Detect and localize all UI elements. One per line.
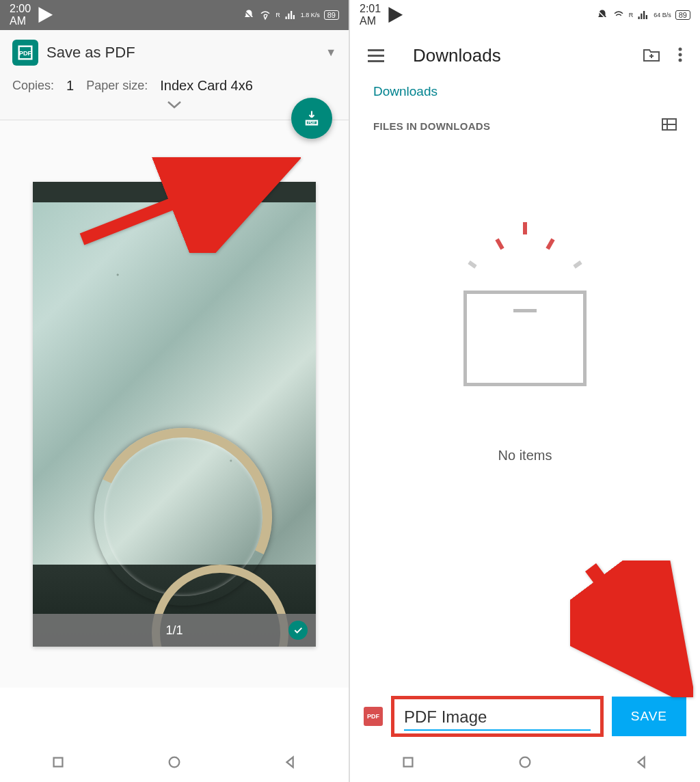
save-button[interactable]: SAVE bbox=[612, 697, 686, 736]
save-file-row: PDF SAVE bbox=[350, 696, 700, 737]
svg-text:PDF: PDF bbox=[308, 120, 316, 124]
copies-label: Copies: bbox=[12, 79, 54, 93]
svg-rect-13 bbox=[404, 758, 413, 767]
clock-text: 2:01 AM bbox=[360, 3, 381, 27]
filename-highlight-annotation bbox=[391, 696, 604, 737]
status-bar: 2:00 AM R 1.8 K/s 89 bbox=[0, 0, 349, 30]
signal-label: R bbox=[275, 12, 280, 18]
svg-point-8 bbox=[679, 53, 682, 56]
paper-size-label: Paper size: bbox=[86, 79, 148, 93]
expand-options-chevron[interactable] bbox=[12, 94, 336, 120]
status-time: 2:01 AM bbox=[360, 3, 405, 27]
section-label: FILES IN DOWNLOADS bbox=[373, 120, 490, 132]
downloads-screen: 2:01 AM R 64 B/s 89 Downloads Downloads … bbox=[350, 0, 700, 782]
page-title: Downloads bbox=[399, 45, 628, 66]
status-bar: 2:01 AM R 64 B/s 89 bbox=[350, 0, 700, 30]
download-pdf-icon: PDF bbox=[302, 109, 321, 128]
downloads-header: Downloads bbox=[350, 30, 700, 81]
play-store-icon bbox=[386, 5, 405, 25]
navigation-bar bbox=[350, 745, 700, 782]
pdf-file-icon: PDF bbox=[364, 707, 383, 726]
data-rate: 64 B/s bbox=[654, 12, 671, 18]
battery-indicator: 89 bbox=[324, 10, 339, 20]
filename-input[interactable] bbox=[404, 702, 591, 731]
notifications-off-icon bbox=[596, 9, 608, 21]
navigation-bar bbox=[0, 745, 349, 782]
copies-value[interactable]: 1 bbox=[66, 78, 74, 94]
view-toggle-button[interactable] bbox=[662, 118, 677, 133]
signal-icon bbox=[284, 9, 297, 21]
breadcrumb[interactable]: Downloads bbox=[350, 81, 700, 111]
pdf-icon: PDF bbox=[12, 40, 38, 66]
empty-sparkles-icon bbox=[457, 222, 593, 277]
svg-rect-4 bbox=[54, 758, 63, 767]
empty-state: No items bbox=[350, 222, 700, 463]
empty-box-icon bbox=[463, 291, 587, 386]
print-settings-row: Copies: 1 Paper size: Index Card 4x6 bbox=[12, 78, 336, 94]
status-icons: R 1.8 K/s 89 bbox=[243, 9, 339, 21]
notifications-off-icon bbox=[243, 9, 255, 21]
nav-recent-button[interactable] bbox=[51, 755, 66, 772]
wifi-icon bbox=[259, 9, 271, 21]
page-indicator: 1/1 bbox=[165, 623, 183, 638]
annotation-arrow-fab bbox=[68, 157, 301, 256]
nav-recent-button[interactable] bbox=[401, 755, 416, 772]
svg-point-14 bbox=[520, 757, 530, 768]
page-selected-check-icon[interactable] bbox=[288, 621, 308, 640]
nav-back-button[interactable] bbox=[634, 755, 649, 772]
nav-home-button[interactable] bbox=[167, 755, 182, 772]
status-icons: R 64 B/s 89 bbox=[596, 9, 690, 21]
save-pdf-fab[interactable]: PDF bbox=[291, 98, 332, 139]
signal-label: R bbox=[629, 12, 634, 18]
svg-point-9 bbox=[679, 58, 682, 62]
wifi-icon bbox=[612, 9, 625, 21]
page-indicator-bar: 1/1 bbox=[33, 614, 316, 647]
paper-size-value[interactable]: Index Card 4x6 bbox=[160, 78, 253, 94]
section-header-row: FILES IN DOWNLOADS bbox=[350, 111, 700, 140]
svg-point-7 bbox=[679, 47, 682, 51]
play-store-icon bbox=[36, 5, 55, 25]
print-options-panel: PDF Save as PDF ▼ Copies: 1 Paper size: … bbox=[0, 30, 349, 120]
empty-state-text: No items bbox=[498, 448, 552, 463]
destination-label: Save as PDF bbox=[46, 44, 317, 62]
status-time: 2:00 AM bbox=[10, 3, 55, 27]
print-destination-row[interactable]: PDF Save as PDF ▼ bbox=[12, 40, 336, 66]
svg-point-5 bbox=[170, 757, 180, 768]
annotation-arrow-save bbox=[570, 561, 693, 700]
svg-text:PDF: PDF bbox=[19, 50, 32, 57]
signal-icon bbox=[637, 9, 649, 21]
menu-button[interactable] bbox=[368, 49, 384, 62]
new-folder-button[interactable] bbox=[643, 47, 660, 65]
nav-back-button[interactable] bbox=[283, 755, 298, 772]
dropdown-caret-icon: ▼ bbox=[325, 46, 336, 59]
more-options-button[interactable] bbox=[678, 47, 682, 65]
data-rate: 1.8 K/s bbox=[301, 12, 320, 18]
print-preview-screen: 2:00 AM R 1.8 K/s 89 PDF Save as PDF ▼ C… bbox=[0, 0, 350, 782]
battery-indicator: 89 bbox=[675, 10, 690, 20]
clock-text: 2:00 AM bbox=[10, 3, 31, 27]
nav-home-button[interactable] bbox=[517, 755, 533, 772]
